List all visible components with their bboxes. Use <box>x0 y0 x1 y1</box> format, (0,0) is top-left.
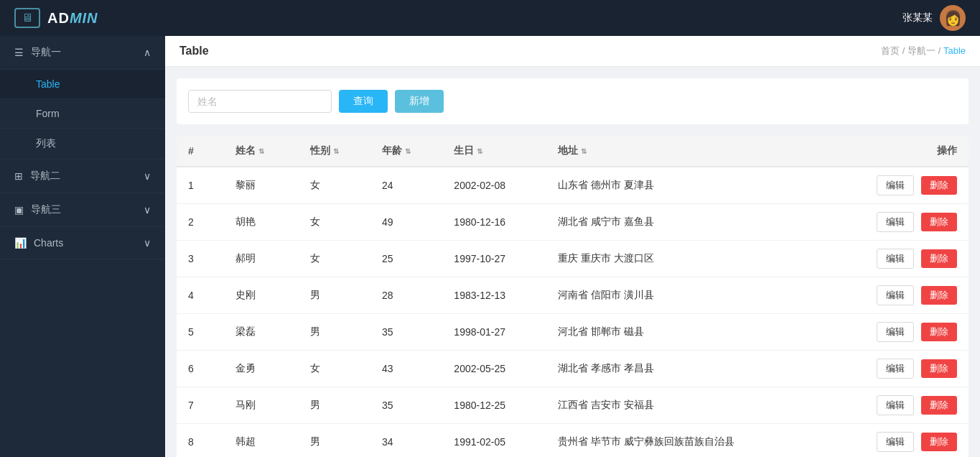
cell-age: 25 <box>370 241 442 277</box>
delete-button[interactable]: 删除 <box>921 433 957 451</box>
cell-birthday: 1998-01-27 <box>442 314 546 351</box>
delete-button[interactable]: 删除 <box>921 176 957 195</box>
nav2-icon: ⊞ <box>14 170 23 182</box>
cell-age: 35 <box>370 387 442 424</box>
sidebar-item-nav1[interactable]: ☰ 导航一 ∧ <box>0 36 165 70</box>
breadcrumb-current: Table <box>943 45 966 56</box>
sort-birthday-icon: ⇅ <box>477 147 482 155</box>
cell-birthday: 2002-02-08 <box>442 167 546 204</box>
sidebar-item-table[interactable]: Table <box>0 70 165 99</box>
cell-gender: 女 <box>299 167 370 204</box>
table-header-row: # 姓名⇅ 性别⇅ 年龄⇅ 生日⇅ 地址⇅ 操作 <box>177 136 969 167</box>
cell-name: 金勇 <box>224 351 298 387</box>
form-label: Form <box>36 108 60 119</box>
col-age[interactable]: 年龄⇅ <box>370 136 442 167</box>
cell-id: 6 <box>177 351 224 387</box>
cell-address: 山东省 德州市 夏津县 <box>546 167 824 204</box>
delete-button[interactable]: 删除 <box>921 396 957 415</box>
cell-id: 3 <box>177 241 224 277</box>
edit-button[interactable]: 编辑 <box>877 432 914 452</box>
edit-button[interactable]: 编辑 <box>877 175 914 195</box>
query-button[interactable]: 查询 <box>339 90 388 113</box>
cell-address: 湖北省 咸宁市 嘉鱼县 <box>546 204 824 241</box>
breadcrumb-home: 首页 <box>881 45 900 56</box>
sidebar-item-form[interactable]: Form <box>0 99 165 129</box>
add-button[interactable]: 新增 <box>395 90 444 113</box>
cell-address: 湖北省 孝感市 孝昌县 <box>546 351 824 387</box>
charts-icon: 📊 <box>14 237 27 249</box>
cell-birthday: 1997-10-27 <box>442 241 546 277</box>
cell-name: 郝明 <box>224 241 298 277</box>
app-title: ADMIN <box>47 10 98 27</box>
page-title: Table <box>179 45 209 57</box>
chevron-down-icon: ∨ <box>144 170 151 182</box>
sort-gender-icon: ⇅ <box>333 147 339 155</box>
cell-name: 胡艳 <box>224 204 298 241</box>
cell-id: 5 <box>177 314 224 351</box>
cell-ops: 编辑 删除 <box>824 424 969 458</box>
cell-id: 4 <box>177 277 224 314</box>
col-gender[interactable]: 性别⇅ <box>299 136 370 167</box>
app-header: 🖥 ADMIN 张某某 👩 <box>0 0 980 36</box>
sidebar-item-nav3[interactable]: ▣ 导航三 ∨ <box>0 193 165 227</box>
main-content: Table 首页 / 导航一 / Table 查询 新增 <box>165 36 980 457</box>
search-bar: 查询 新增 <box>177 78 969 124</box>
chevron-down-icon2: ∨ <box>144 204 151 216</box>
logo: 🖥 ADMIN <box>14 8 98 28</box>
cell-address: 贵州省 毕节市 威宁彝族回族苗族自治县 <box>546 424 824 458</box>
delete-button[interactable]: 删除 <box>921 249 957 268</box>
cell-age: 43 <box>370 351 442 387</box>
cell-gender: 男 <box>299 314 370 351</box>
cell-age: 24 <box>370 167 442 204</box>
nav1-label: 导航一 <box>31 46 61 59</box>
edit-button[interactable]: 编辑 <box>877 395 914 415</box>
edit-button[interactable]: 编辑 <box>877 359 914 379</box>
list-label: 列表 <box>36 137 56 149</box>
cell-gender: 女 <box>299 204 370 241</box>
cell-name: 史刚 <box>224 277 298 314</box>
sidebar-item-charts[interactable]: 📊 Charts ∨ <box>0 227 165 259</box>
cell-id: 7 <box>177 387 224 424</box>
edit-button[interactable]: 编辑 <box>877 249 914 269</box>
delete-button[interactable]: 删除 <box>921 323 957 341</box>
table-row: 1 黎丽 女 24 2002-02-08 山东省 德州市 夏津县 编辑 删除 <box>177 167 969 204</box>
sidebar-item-list[interactable]: 列表 <box>0 129 165 160</box>
col-address[interactable]: 地址⇅ <box>546 136 824 167</box>
cell-id: 1 <box>177 167 224 204</box>
cell-age: 34 <box>370 424 442 458</box>
cell-ops: 编辑 删除 <box>824 241 969 277</box>
col-name[interactable]: 姓名⇅ <box>224 136 298 167</box>
col-birthday[interactable]: 生日⇅ <box>442 136 546 167</box>
edit-button[interactable]: 编辑 <box>877 322 914 342</box>
avatar: 👩 <box>940 5 966 31</box>
content-area: 查询 新增 # 姓名⇅ 性别⇅ 年龄⇅ 生日⇅ 地址⇅ 操作 <box>165 67 980 457</box>
cell-address: 河南省 信阳市 潢川县 <box>546 277 824 314</box>
cell-birthday: 1991-02-05 <box>442 424 546 458</box>
cell-gender: 女 <box>299 351 370 387</box>
cell-birthday: 2002-05-25 <box>442 351 546 387</box>
data-table: # 姓名⇅ 性别⇅ 年龄⇅ 生日⇅ 地址⇅ 操作 1 黎丽 女 24 2002-… <box>177 136 969 457</box>
sort-name-icon: ⇅ <box>258 147 264 155</box>
nav3-label: 导航三 <box>31 203 61 216</box>
cell-ops: 编辑 删除 <box>824 204 969 241</box>
cell-name: 马刚 <box>224 387 298 424</box>
delete-button[interactable]: 删除 <box>921 286 957 305</box>
edit-button[interactable]: 编辑 <box>877 212 914 232</box>
cell-gender: 男 <box>299 424 370 458</box>
cell-birthday: 1983-12-13 <box>442 277 546 314</box>
username: 张某某 <box>902 11 933 24</box>
search-input[interactable] <box>188 90 332 113</box>
delete-button[interactable]: 删除 <box>921 213 957 231</box>
table-row: 8 韩超 男 34 1991-02-05 贵州省 毕节市 威宁彝族回族苗族自治县… <box>177 424 969 458</box>
chevron-up-icon: ∧ <box>144 47 151 58</box>
cell-name: 梁磊 <box>224 314 298 351</box>
chevron-down-icon3: ∨ <box>144 237 151 249</box>
user-info: 张某某 👩 <box>902 5 966 31</box>
table-row: 5 梁磊 男 35 1998-01-27 河北省 邯郸市 磁县 编辑 删除 <box>177 314 969 351</box>
cell-birthday: 1980-12-16 <box>442 204 546 241</box>
edit-button[interactable]: 编辑 <box>877 285 914 305</box>
sidebar-item-nav2[interactable]: ⊞ 导航二 ∨ <box>0 160 165 193</box>
delete-button[interactable]: 删除 <box>921 359 957 378</box>
monitor-icon: 🖥 <box>14 8 40 28</box>
cell-address: 江西省 吉安市 安福县 <box>546 387 824 424</box>
